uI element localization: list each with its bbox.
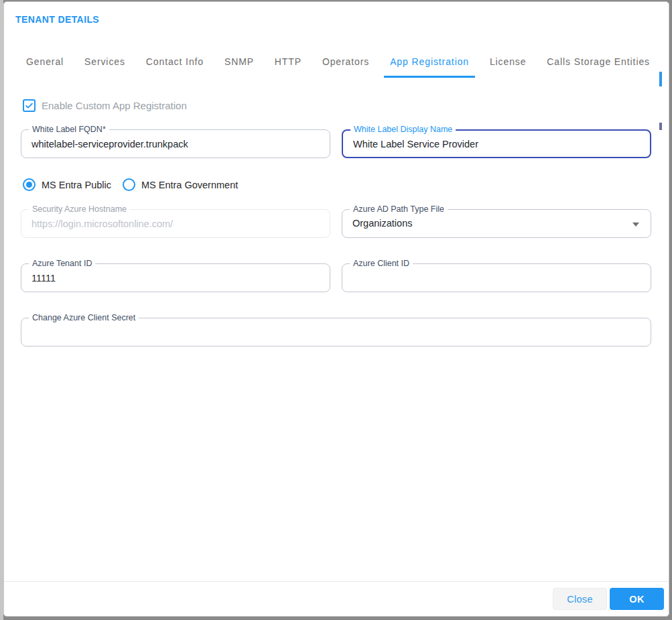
ms-entra-government-label: MS Entra Government xyxy=(141,180,238,190)
close-button[interactable]: Close xyxy=(553,588,607,610)
enable-custom-app-registration-row: Enable Custom App Registration xyxy=(23,99,669,112)
tab-contact-info[interactable]: Contact Info xyxy=(146,46,204,78)
ms-entra-public-radio[interactable] xyxy=(23,178,36,191)
tab-http[interactable]: HTTP xyxy=(275,46,301,78)
enable-custom-app-registration-label: Enable Custom App Registration xyxy=(42,100,187,111)
tab-calls-storage-entities[interactable]: Calls Storage Entities xyxy=(547,46,650,78)
dropdown-arrow-icon[interactable] xyxy=(632,223,639,227)
checkmark-icon xyxy=(24,101,34,111)
ok-button[interactable]: OK xyxy=(610,588,664,610)
azure-client-id-field: Azure Client ID xyxy=(342,263,651,292)
tab-bar: General Services Contact Info SNMP HTTP … xyxy=(4,46,669,78)
azure-ad-path-type-field[interactable]: Azure AD Path Type File Organizations xyxy=(342,209,651,238)
white-label-fqdn-field: White Label FQDN* xyxy=(21,129,330,158)
white-label-display-name-field: White Label Display Name xyxy=(342,129,651,158)
change-azure-client-secret-label: Change Azure Client Secret xyxy=(29,313,139,323)
ms-entra-public-label: MS Entra Public xyxy=(42,180,111,190)
ms-entra-public-option[interactable]: MS Entra Public xyxy=(23,178,111,191)
tenant-details-dialog: TENANT DETAILS General Services Contact … xyxy=(3,1,669,617)
ms-entra-government-option[interactable]: MS Entra Government xyxy=(123,178,238,191)
azure-tenant-id-label: Azure Tenant ID xyxy=(29,259,95,269)
white-label-display-name-label: White Label Display Name xyxy=(350,125,456,135)
enable-custom-app-registration-checkbox[interactable] xyxy=(23,99,36,112)
tab-license[interactable]: License xyxy=(490,46,527,78)
security-azure-hostname-field: Security Azure Hostname xyxy=(21,209,330,238)
dialog-title: TENANT DETAILS xyxy=(15,14,99,25)
app-registration-panel: Enable Custom App Registration White Lab… xyxy=(4,78,669,581)
change-azure-client-secret-field: Change Azure Client Secret xyxy=(21,318,651,347)
tab-services[interactable]: Services xyxy=(84,46,125,78)
white-label-fqdn-label: White Label FQDN* xyxy=(29,125,109,135)
security-azure-hostname-label: Security Azure Hostname xyxy=(29,204,130,214)
tab-app-registration[interactable]: App Registration xyxy=(390,46,469,78)
ms-entra-government-radio[interactable] xyxy=(123,178,135,191)
ms-entra-radio-group: MS Entra Public MS Entra Government xyxy=(23,178,669,191)
tab-operators[interactable]: Operators xyxy=(322,46,369,78)
azure-tenant-id-field: Azure Tenant ID xyxy=(21,263,330,292)
tab-snmp[interactable]: SNMP xyxy=(224,46,254,78)
scrollbar-mark-indigo xyxy=(659,123,662,130)
azure-ad-path-type-label: Azure AD Path Type File xyxy=(350,204,448,214)
azure-client-id-label: Azure Client ID xyxy=(350,259,413,269)
dialog-footer: Close OK xyxy=(4,581,669,616)
tab-general[interactable]: General xyxy=(26,46,64,78)
scrollbar-mark-blue xyxy=(659,72,662,86)
